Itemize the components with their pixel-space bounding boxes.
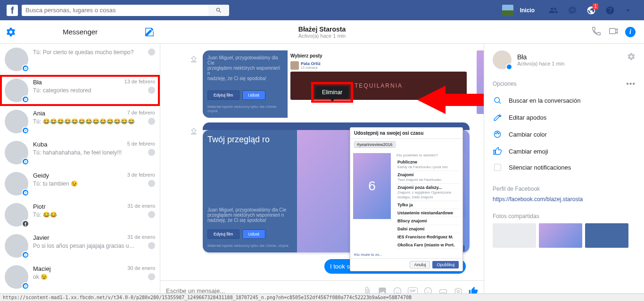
svg-point-8 bbox=[495, 98, 500, 103]
read-receipt bbox=[148, 242, 155, 249]
rp-header: Bła Activo(a) hace 1 min bbox=[493, 50, 636, 69]
privacy-popup: Udostępnij na swojej osi czasu #yearinre… bbox=[350, 127, 463, 271]
rp-options-section: Opciones ••• Buscar en la conversación E… bbox=[493, 80, 636, 175]
checkbox-icon bbox=[493, 164, 502, 171]
rp-opt-nicknames[interactable]: Editar apodos bbox=[493, 109, 636, 126]
conversation-item[interactable]: Ania7 de febreroTú: 😂😂😂😂😂😂😂😂😂😂😂😂😂 bbox=[0, 106, 160, 137]
pencil-icon bbox=[493, 113, 502, 122]
conversation-item[interactable]: Geidy3 de febreroTú: tu tambien 😉 bbox=[0, 168, 160, 199]
main: Tú: Por cierto te quedas mucho tiempo?Bł… bbox=[0, 44, 644, 301]
rp-avatar[interactable] bbox=[493, 50, 512, 69]
read-receipt bbox=[148, 87, 155, 94]
compose-icon[interactable] bbox=[144, 27, 155, 37]
subheader: Messenger Błażej Starosta Activo(a) hace… bbox=[0, 20, 644, 44]
conversation-preview: Tú: 😂😂 bbox=[33, 212, 57, 218]
read-receipt bbox=[148, 273, 155, 280]
rp-options-more-icon[interactable]: ••• bbox=[626, 80, 636, 88]
rp-name: Bła bbox=[517, 53, 564, 61]
svg-point-5 bbox=[427, 290, 428, 291]
chat-status: Activo(a) hace 1 min bbox=[298, 33, 346, 39]
conversation-item[interactable]: fPiotr31 de eneroTú: 😂😂 bbox=[0, 199, 160, 230]
shared-photo[interactable] bbox=[585, 223, 628, 248]
popup-cancel: Anuluj bbox=[410, 261, 430, 268]
conversation-date: 5 de febrero bbox=[127, 141, 155, 148]
home-link[interactable]: Inicio bbox=[520, 7, 535, 14]
rp-profile-link[interactable]: https://facebook.com/blazej.starosta bbox=[493, 196, 636, 203]
svg-point-2 bbox=[396, 290, 396, 291]
rp-opt-emoji[interactable]: Cambiar emoji bbox=[493, 143, 636, 160]
facebook-logo[interactable]: f bbox=[7, 5, 18, 16]
account-menu-caret-icon[interactable] bbox=[622, 5, 634, 16]
avatar bbox=[5, 48, 28, 71]
browser-status-bar: https://scontent-mad1-1.xx.fbcdn.net/v/t… bbox=[0, 293, 644, 301]
img1-line3: nadzieję, że Ci się spodoba! bbox=[207, 76, 283, 81]
shared-photo[interactable] bbox=[493, 223, 536, 248]
notifications-icon[interactable]: 1 bbox=[586, 5, 597, 16]
rp-opt-mute[interactable]: Silenciar notificaciones bbox=[493, 160, 636, 175]
conversation-date: 13 de febrero bbox=[124, 79, 155, 86]
avatar bbox=[5, 79, 28, 102]
conversation-name: Bła bbox=[33, 79, 42, 86]
svg-point-6 bbox=[429, 290, 430, 291]
rp-settings-icon[interactable] bbox=[627, 52, 636, 62]
rp-opt-color[interactable]: Cambiar color bbox=[493, 126, 636, 143]
avatar bbox=[5, 110, 28, 133]
shared-photo[interactable] bbox=[539, 223, 582, 248]
img1-greeting: Juan Miguel, przygotowaliśmy dla Cie bbox=[207, 55, 283, 65]
chat-scroll[interactable]: Juan Miguel, przygotowaliśmy dla Cie prz… bbox=[160, 44, 484, 280]
avatar bbox=[5, 265, 28, 289]
rp-profile-label: Perfil de Facebook bbox=[493, 186, 540, 192]
avatar: f bbox=[5, 203, 28, 227]
conversation-item[interactable]: Javier31 de eneroPo si los años pesan ja… bbox=[0, 230, 160, 261]
notification-badge: 1 bbox=[593, 3, 598, 9]
popup-header: Udostępnij na swojej osi czasu bbox=[350, 128, 462, 139]
rp-photos-section: Fotos compartidas bbox=[493, 213, 636, 248]
settings-icon[interactable] bbox=[6, 27, 16, 37]
read-receipt bbox=[148, 49, 155, 56]
conversation-preview: Tú: Por cierto te quedas mucho tiempo? bbox=[33, 49, 133, 56]
conversation-preview: Tú: categories restored bbox=[33, 87, 91, 94]
subheader-center: Błażej Starosta Activo(a) hace 1 min bbox=[160, 20, 484, 43]
message-image-2[interactable]: Twój przegląd ro Juan Miguel, przygotowa… bbox=[203, 122, 470, 254]
upload-icon[interactable] bbox=[190, 127, 198, 137]
img2-title: Twój przegląd ro bbox=[207, 135, 292, 145]
conversation-item[interactable]: Tú: Por cierto te quedas mucho tiempo? bbox=[0, 44, 160, 75]
img1-right-header: Wybierz posty bbox=[290, 53, 467, 58]
conversation-preview: ok 😉 bbox=[33, 274, 48, 280]
chat-pane: Juan Miguel, przygotowaliśmy dla Cie prz… bbox=[160, 44, 484, 301]
subheader-right: i bbox=[484, 20, 644, 43]
video-call-icon[interactable] bbox=[608, 26, 619, 38]
conversation-item[interactable]: Kuba5 de febreroTú: hahahahahaha, he fee… bbox=[0, 137, 160, 168]
help-icon[interactable] bbox=[604, 5, 616, 16]
info-icon[interactable]: i bbox=[625, 27, 636, 37]
conversation-item[interactable]: Bła13 de febreroTú: categories restored bbox=[0, 75, 160, 106]
conversation-date: 31 de enero bbox=[127, 234, 155, 241]
call-icon[interactable] bbox=[591, 26, 602, 38]
topbar-right: Inicio 1 bbox=[502, 5, 637, 16]
messenger-icon[interactable] bbox=[567, 5, 578, 16]
svg-point-7 bbox=[457, 290, 460, 293]
conversation-list[interactable]: Tú: Por cierto te quedas mucho tiempo?Bł… bbox=[0, 44, 160, 301]
conversation-date: 31 de enero bbox=[127, 203, 155, 210]
img1-line2: przeglądem niektórych wspomnień n bbox=[207, 65, 283, 76]
conversation-item[interactable]: Maciej30 de enerook 😉 bbox=[0, 261, 160, 293]
conversation-date: 3 de febrero bbox=[127, 172, 155, 179]
read-receipt bbox=[148, 118, 155, 125]
conversation-preview: Po si los años pesan jajajaja gracias un… bbox=[33, 243, 137, 249]
avatar bbox=[5, 141, 28, 164]
popup-question: Kto powinien to widzieć? bbox=[396, 152, 460, 158]
conversation-name: Javier bbox=[33, 234, 50, 241]
rp-opt-search[interactable]: Buscar en la conversación bbox=[493, 92, 636, 109]
search-button[interactable] bbox=[208, 5, 229, 16]
img1-post-date: 13 czerwca bbox=[301, 66, 321, 69]
friend-requests-icon[interactable] bbox=[548, 5, 559, 16]
search-input[interactable] bbox=[22, 5, 208, 16]
rp-options-label: Opciones bbox=[493, 81, 517, 87]
search-wrap bbox=[22, 5, 229, 16]
right-panel: Bła Activo(a) hace 1 min Opciones ••• Bu… bbox=[484, 44, 644, 301]
upload-icon[interactable] bbox=[190, 55, 198, 65]
rp-status: Activo(a) hace 1 min bbox=[517, 61, 564, 66]
profile-picture[interactable] bbox=[502, 5, 513, 16]
message-image-1[interactable]: Juan Miguel, przygotowaliśmy dla Cie prz… bbox=[203, 50, 470, 118]
conversation-name: Piotr bbox=[33, 203, 46, 210]
